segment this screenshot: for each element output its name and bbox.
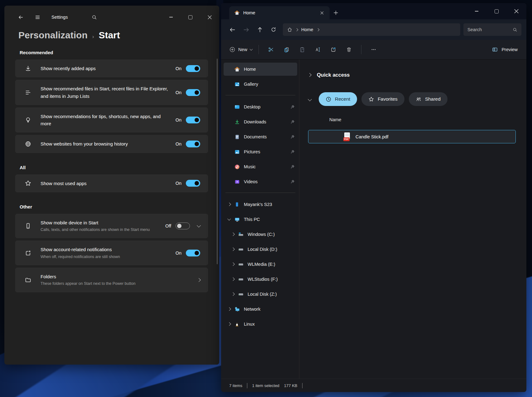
setting-row-folders[interactable]: Folders These folders appear on Start ne… [15,268,208,292]
sidebar-item-home[interactable]: Home [224,63,297,76]
explorer-sidebar: Home Gallery Desktop [221,60,299,379]
explorer-tab-home[interactable]: Home [229,6,330,19]
filter-recent[interactable]: Recent [319,92,357,106]
expand-chevron[interactable] [229,263,237,265]
close-icon [514,9,519,13]
home-icon [287,27,292,32]
expand-chevron[interactable] [225,308,233,310]
copy-button[interactable] [279,43,294,56]
close-button[interactable] [200,6,219,29]
maximize-button[interactable] [181,6,200,29]
sidebar-item-wlstudios-f[interactable]: WLStudios (F:) [227,273,297,286]
new-tab-button[interactable] [330,6,342,19]
setting-title: Show account-related notifications [41,246,171,253]
sidebar-item-videos[interactable]: Videos [224,175,297,188]
quick-access-header[interactable]: Quick access [308,72,516,78]
explorer-window-controls [467,3,526,19]
music-icon [233,164,241,170]
settings-search-button[interactable] [88,12,100,23]
sidebar-item-local-disk-z[interactable]: Local Disk (Z:) [227,288,297,301]
minimize-button[interactable] [161,6,181,29]
setting-row-recommendations: Show recommendations for tips, shortcuts… [15,108,208,133]
nav-forward-button[interactable] [239,23,253,36]
breadcrumb-home[interactable]: Home [301,27,313,32]
toggle-mobile-device[interactable] [176,222,190,229]
section-header-recommended: Recommended [20,50,208,55]
downloads-icon [233,119,241,125]
sidebar-label: This PC [241,217,295,222]
star-icon [16,180,41,187]
sidebar-item-wlmedia-e[interactable]: WLMedia (E:) [227,258,297,271]
preview-toggle[interactable]: Preview [489,43,520,56]
paste-button[interactable] [294,43,310,56]
people-icon [416,96,422,102]
sidebar-item-music[interactable]: Music [224,160,297,173]
close-button[interactable] [506,3,526,19]
sidebar-item-desktop[interactable]: Desktop [224,100,297,113]
expand-chevron[interactable] [225,203,233,206]
hamburger-menu-button[interactable] [31,12,43,23]
delete-button[interactable] [341,43,357,56]
rename-button[interactable] [310,43,326,56]
sidebar-item-local-disk-d[interactable]: Local Disk (D:) [227,243,297,256]
expand-chevron[interactable] [229,278,237,280]
collapse-chevron[interactable] [225,219,233,220]
cut-button[interactable] [263,43,279,56]
minimize-button[interactable] [467,3,486,19]
toggle-recommended-files[interactable] [186,89,200,96]
toggle-account-notifications[interactable] [186,250,200,256]
sidebar-item-downloads[interactable]: Downloads [224,115,297,128]
expand-chevron[interactable] [229,233,237,236]
sidebar-item-phone[interactable]: Mayank's S23 [224,198,297,211]
sidebar-item-linux[interactable]: Linux [224,318,297,331]
back-button[interactable] [15,12,27,23]
setting-row-recently-added: Show recently added apps On [15,60,208,77]
chevron-down-icon[interactable] [308,97,312,101]
sidebar-item-gallery[interactable]: Gallery [224,78,297,91]
drive-icon [237,276,245,282]
setting-row-mobile-device[interactable]: Show mobile device in Start Calls, texts… [15,214,208,238]
nav-refresh-button[interactable] [267,23,280,36]
toggle-state-label: On [176,141,181,146]
column-header-name[interactable]: Name [329,117,341,122]
toolbar-divider [259,45,259,54]
share-button[interactable] [326,43,341,56]
new-button[interactable]: New [227,43,254,56]
items-count: 7 items [229,383,242,388]
more-options-button[interactable] [366,43,381,56]
sidebar-item-this-pc[interactable]: This PC [224,213,297,226]
toggle-state-label: Off [165,223,171,228]
toggle-most-used[interactable] [186,180,200,187]
toggle-recommendations[interactable] [186,117,200,123]
sidebar-item-documents[interactable]: Documents [224,130,297,143]
settings-app-title: Settings [51,15,68,20]
filter-shared[interactable]: Shared [409,92,447,106]
file-row-candle-stick-pdf[interactable]: PDF Candle Stick.pdf [308,130,516,143]
explorer-navbar: Home Search [221,19,526,40]
tab-close-button[interactable] [317,8,326,17]
toggle-recently-added[interactable] [186,65,200,72]
maximize-button[interactable] [486,3,506,19]
nav-up-button[interactable] [253,23,267,36]
explorer-main-pane: Quick access Recent Favorites Shared [299,60,526,379]
chevron-down-icon[interactable] [197,223,201,227]
toggle-websites[interactable] [186,141,200,147]
sidebar-item-windows-c[interactable]: Windows (C:) [227,228,297,241]
expand-chevron[interactable] [229,248,237,251]
expand-chevron[interactable] [225,323,233,325]
breadcrumb-parent[interactable]: Personalization [18,30,88,41]
rename-icon [315,46,321,53]
expand-chevron[interactable] [229,293,237,295]
sidebar-item-pictures[interactable]: Pictures [224,145,297,158]
settings-scrollbar[interactable] [217,59,218,264]
sidebar-label: Desktop [241,104,290,109]
filter-favorites[interactable]: Favorites [361,92,404,106]
preview-pane-icon [492,46,498,53]
documents-icon [233,134,241,140]
search-box[interactable]: Search [463,23,521,36]
sidebar-item-network[interactable]: Network [224,303,297,316]
address-bar[interactable]: Home [283,23,460,36]
maximize-icon [188,15,192,19]
nav-back-button[interactable] [225,23,239,36]
desktop: Settings Personalization › Start Recomme… [0,0,532,397]
